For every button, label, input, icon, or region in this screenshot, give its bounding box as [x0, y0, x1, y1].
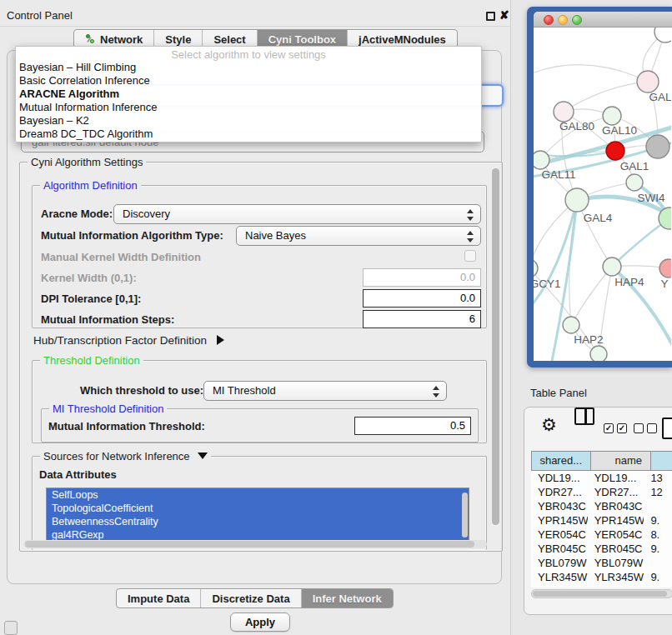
network-node-hap4[interactable]	[603, 258, 621, 276]
new-table-icon[interactable]	[662, 418, 672, 439]
sources-group-title[interactable]: Sources for Network Inference	[40, 450, 211, 462]
node-label: SWI4	[637, 192, 664, 204]
table-row[interactable]: YIL052CYIL052C9	[531, 584, 672, 588]
table-cell: YDR27...	[588, 485, 644, 499]
scrollbar-thumb[interactable]	[492, 168, 499, 525]
cyni-algorithm-settings-group: Cyni Algorithm Settings Algorithm Defini…	[19, 162, 503, 552]
table-cell: YER054C	[531, 528, 588, 542]
checked-checkbox-icon[interactable]: ✓	[604, 423, 614, 433]
apply-button[interactable]: Apply	[230, 612, 290, 632]
node-label: GAL10	[602, 124, 637, 137]
network-node-gal10[interactable]	[603, 107, 621, 125]
network-node-gal11[interactable]	[534, 151, 549, 169]
dropdown-item[interactable]: Bayesian – K2	[16, 114, 481, 128]
mi-threshold-field[interactable]: 0.5	[354, 417, 471, 435]
table-cell: 13	[644, 471, 672, 485]
data-attribute-item[interactable]: BetweennessCentrality	[47, 515, 469, 528]
table-row[interactable]: YPR145WYPR145W9.	[531, 513, 672, 528]
network-node-swi4[interactable]	[626, 174, 643, 191]
dropdown-item[interactable]: Dream8 DC_TDC Algorithm	[16, 128, 481, 141]
table-row[interactable]: YLR345WYLR345W9.	[531, 570, 672, 584]
table-row[interactable]: YDR27...YDR27...12	[531, 485, 672, 499]
table-horizontal-scrollbar[interactable]	[531, 589, 672, 598]
tab-impute-data[interactable]: Impute Data	[117, 589, 201, 608]
mi-threshold-definition-title: MI Threshold Definition	[49, 402, 167, 415]
unchecked-checkbox-icon[interactable]	[647, 423, 657, 433]
gear-icon[interactable]: ⚙	[541, 415, 557, 435]
network-node-hap2[interactable]	[563, 317, 579, 333]
dpi-tolerance-label: DPI Tolerance [0,1]:	[41, 292, 141, 305]
settings-horizontal-scrollbar[interactable]	[23, 540, 487, 548]
window-minimize-icon[interactable]	[558, 15, 568, 25]
manual-kernel-checkbox[interactable]	[464, 250, 476, 262]
dropdown-item[interactable]: Basic Correlation Inference	[16, 74, 481, 88]
threshold-definition-title: Threshold Definition	[40, 354, 143, 367]
data-attributes-list[interactable]: SelfLoopsTopologicalCoefficientBetweenne…	[46, 488, 469, 543]
table-cell: 9	[644, 584, 672, 588]
close-icon[interactable]: ✘	[499, 8, 509, 22]
column-header-name[interactable]: name	[591, 451, 651, 471]
data-attribute-item[interactable]: SelfLoops	[47, 488, 469, 502]
dropdown-item[interactable]: ARACNE Algorithm	[16, 88, 481, 101]
table-cell: YBR045C	[531, 542, 588, 556]
table-row[interactable]: YBL079WYBL079W	[531, 556, 672, 570]
node-label: GAL4	[584, 212, 613, 224]
data-attribute-item[interactable]: TopologicalCoefficient	[47, 502, 469, 515]
network-node-gcy1[interactable]	[534, 259, 538, 278]
table-row[interactable]: YBR043CYBR043C	[531, 499, 672, 513]
tab-discretize-data[interactable]: Discretize Data	[201, 589, 301, 608]
column-header-shared...[interactable]: shared...	[531, 451, 591, 471]
table-cell	[644, 499, 672, 513]
control-panel: Control Panel ✘ NetworkStyleSelectCyni T…	[0, 0, 511, 635]
network-view-window[interactable]: GALGAL80GAL10GAL1GAL11SWI4GAL4GCY1HAP4YH…	[527, 7, 672, 368]
table-row[interactable]: YBR045CYBR045C9.	[531, 542, 672, 556]
scrollbar-thumb[interactable]	[25, 541, 474, 548]
mi-type-value: Naive Bayes	[245, 229, 306, 242]
network-node-gal[interactable]	[637, 71, 659, 92]
scrollbar-thumb[interactable]	[533, 591, 667, 597]
tab-infer-network[interactable]: Infer Network	[302, 589, 393, 608]
network-canvas[interactable]: GALGAL80GAL10GAL1GAL11SWI4GAL4GCY1HAP4YH…	[534, 28, 672, 361]
window-close-icon[interactable]	[544, 15, 554, 25]
aracne-mode-combobox[interactable]: Discovery	[113, 204, 481, 224]
kernel-width-label: Kernel Width (0,1):	[41, 272, 137, 284]
network-node-gal80[interactable]	[554, 102, 574, 122]
dropdown-item[interactable]: Bayesian – Hill Climbing	[16, 61, 481, 74]
tab-label: jActiveMNodules	[359, 33, 446, 46]
table-row[interactable]: YER054CYER054C8.	[531, 528, 672, 542]
table-cell: YIL052C	[531, 584, 588, 588]
network-node[interactable]	[654, 28, 671, 42]
list-vertical-scrollbar[interactable]	[462, 492, 468, 538]
network-window-titlebar[interactable]	[534, 12, 672, 28]
control-panel-header: Control Panel ✘	[0, 5, 510, 27]
network-node-y[interactable]	[659, 259, 671, 278]
unchecked-checkbox-icon[interactable]	[634, 423, 644, 433]
settings-vertical-scrollbar[interactable]	[490, 166, 500, 541]
mi-type-combobox[interactable]: Naive Bayes	[236, 226, 481, 246]
threshold-definition-group: Threshold Definition Which threshold to …	[32, 360, 487, 443]
kernel-width-field[interactable]: 0.0	[363, 268, 481, 287]
window-zoom-icon[interactable]	[572, 15, 582, 25]
tab-label: Impute Data	[128, 592, 189, 605]
float-panel-icon[interactable]	[486, 12, 495, 21]
dpi-tolerance-field[interactable]: 0.0	[363, 289, 481, 308]
manual-kernel-label: Manual Kernel Width Definition	[41, 251, 201, 263]
spinner-arrows-icon	[467, 230, 474, 243]
columns-icon[interactable]	[574, 408, 594, 425]
table-cell: YDL19...	[588, 471, 644, 485]
column-header-clipped[interactable]	[651, 451, 672, 471]
network-node[interactable]	[590, 346, 607, 361]
network-node-gal4[interactable]	[565, 188, 589, 212]
hub-section-toggle[interactable]: Hub/Transcription Factor Definition	[33, 334, 224, 347]
network-node[interactable]	[646, 135, 669, 158]
panel-grip-button[interactable]	[4, 621, 18, 635]
table-row[interactable]: YDL19...YDL19...13	[531, 471, 672, 485]
checked-checkbox-icon[interactable]: ✓	[617, 423, 627, 433]
network-node-gal1[interactable]	[606, 142, 624, 160]
mi-steps-field[interactable]: 6	[363, 310, 481, 328]
mi-threshold-definition-group: MI Threshold Definition Mutual Informati…	[41, 408, 479, 442]
bottom-tab-strip: Impute DataDiscretize DataInfer Network	[116, 588, 394, 608]
which-threshold-combobox[interactable]: MI Threshold	[203, 381, 447, 401]
dropdown-item[interactable]: Mutual Information Inference	[16, 101, 481, 114]
tab-label: Discretize Data	[212, 592, 289, 605]
